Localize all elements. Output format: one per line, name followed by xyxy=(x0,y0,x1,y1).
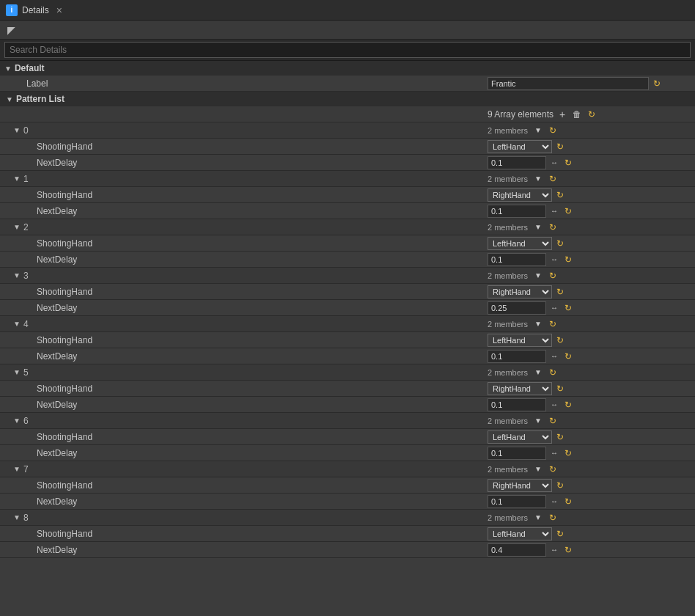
next-delay-drag-7[interactable]: ↔ xyxy=(548,496,560,507)
index-collapse-4[interactable]: ▼ xyxy=(13,320,21,328)
members-reset-8[interactable]: ↻ xyxy=(547,512,559,524)
shooting-hand-select-1[interactable]: LeftHandRightHand xyxy=(488,188,552,202)
shooting-hand-select-0[interactable]: LeftHandRightHand xyxy=(488,140,552,153)
members-dropdown-5[interactable]: ▼ xyxy=(532,367,544,378)
shooting-hand-value-7: LeftHandRightHand ↻ xyxy=(488,479,695,492)
members-reset-7[interactable]: ↻ xyxy=(547,463,559,475)
next-delay-reset-6[interactable]: ↻ xyxy=(562,447,574,459)
members-reset-6[interactable]: ↻ xyxy=(547,415,559,427)
label-reset-button[interactable]: ↻ xyxy=(651,78,663,89)
next-delay-reset-4[interactable]: ↻ xyxy=(562,351,574,362)
shooting-hand-select-3[interactable]: LeftHandRightHand xyxy=(488,285,552,298)
next-delay-input-0[interactable] xyxy=(488,156,546,169)
shooting-hand-select-4[interactable]: LeftHandRightHand xyxy=(488,334,552,347)
shooting-hand-reset-7[interactable]: ↻ xyxy=(554,480,566,491)
close-button[interactable]: × xyxy=(56,5,62,15)
shooting-hand-reset-8[interactable]: ↻ xyxy=(554,528,566,540)
index-number-2: 2 xyxy=(23,222,29,232)
next-delay-input-3[interactable] xyxy=(488,301,546,315)
members-dropdown-0[interactable]: ▼ xyxy=(532,125,544,136)
collapse-arrow[interactable]: ▼ xyxy=(4,65,12,73)
next-delay-drag-8[interactable]: ↔ xyxy=(548,544,560,556)
members-reset-1[interactable]: ↻ xyxy=(547,173,559,185)
next-delay-value-7: ↔ ↻ xyxy=(488,495,695,508)
members-dropdown-3[interactable]: ▼ xyxy=(532,270,544,282)
members-dropdown-2[interactable]: ▼ xyxy=(532,221,544,233)
next-delay-input-2[interactable] xyxy=(488,253,546,266)
next-delay-value-4: ↔ ↻ xyxy=(488,350,695,363)
shooting-hand-select-2[interactable]: LeftHandRightHand xyxy=(488,237,552,250)
index-collapse-1[interactable]: ▼ xyxy=(13,175,21,183)
toolbar-icon: ◤ xyxy=(4,23,18,37)
members-reset-3[interactable]: ↻ xyxy=(547,270,559,282)
next-delay-input-8[interactable] xyxy=(488,543,546,557)
next-delay-input-1[interactable] xyxy=(488,205,546,218)
members-reset-0[interactable]: ↻ xyxy=(547,125,559,136)
next-delay-drag-2[interactable]: ↔ xyxy=(548,254,560,265)
index-collapse-7[interactable]: ▼ xyxy=(13,465,21,473)
search-input[interactable] xyxy=(4,42,691,58)
members-dropdown-4[interactable]: ▼ xyxy=(532,318,544,330)
shooting-hand-label-4: ShootingHand xyxy=(0,335,488,345)
shooting-hand-value-4: LeftHandRightHand ↻ xyxy=(488,334,695,347)
label-input[interactable] xyxy=(488,77,649,90)
default-label: Default xyxy=(15,63,45,73)
next-delay-reset-1[interactable]: ↻ xyxy=(562,205,574,217)
next-delay-reset-0[interactable]: ↻ xyxy=(562,157,574,169)
members-dropdown-1[interactable]: ▼ xyxy=(532,173,544,185)
shooting-hand-select-5[interactable]: LeftHandRightHand xyxy=(488,382,552,395)
shooting-hand-reset-1[interactable]: ↻ xyxy=(554,189,566,201)
members-dropdown-8[interactable]: ▼ xyxy=(532,512,544,524)
next-delay-drag-5[interactable]: ↔ xyxy=(548,399,560,411)
next-delay-reset-5[interactable]: ↻ xyxy=(562,399,574,411)
next-delay-label-1: NextDelay xyxy=(0,206,488,216)
shooting-hand-select-8[interactable]: LeftHandRightHand xyxy=(488,527,552,540)
next-delay-drag-1[interactable]: ↔ xyxy=(548,205,560,217)
next-delay-reset-7[interactable]: ↻ xyxy=(562,496,574,507)
index-collapse-8[interactable]: ▼ xyxy=(13,513,21,521)
members-dropdown-6[interactable]: ▼ xyxy=(532,415,544,427)
members-reset-4[interactable]: ↻ xyxy=(547,318,559,330)
index-collapse-5[interactable]: ▼ xyxy=(13,368,21,376)
next-delay-input-7[interactable] xyxy=(488,495,546,508)
add-element-button[interactable]: + xyxy=(556,109,568,120)
shooting-hand-label-1: ShootingHand xyxy=(0,190,488,200)
next-delay-label-6: NextDelay xyxy=(0,448,488,458)
next-delay-input-4[interactable] xyxy=(488,350,546,363)
members-text-2: 2 members xyxy=(488,223,528,232)
shooting-hand-select-7[interactable]: LeftHandRightHand xyxy=(488,479,552,492)
shooting-hand-reset-6[interactable]: ↻ xyxy=(554,431,566,443)
members-dropdown-7[interactable]: ▼ xyxy=(532,463,544,475)
next-delay-drag-0[interactable]: ↔ xyxy=(548,157,560,169)
index-collapse-3[interactable]: ▼ xyxy=(13,271,21,279)
pattern-list-collapse[interactable]: ▼ xyxy=(6,95,13,103)
next-delay-drag-6[interactable]: ↔ xyxy=(548,447,560,459)
shooting-hand-select-6[interactable]: LeftHandRightHand xyxy=(488,430,552,444)
array-reset-button[interactable]: ↻ xyxy=(586,109,597,120)
index-number-7: 7 xyxy=(23,464,29,474)
members-reset-2[interactable]: ↻ xyxy=(547,221,559,233)
shooting-hand-reset-2[interactable]: ↻ xyxy=(554,238,566,249)
shooting-hand-reset-5[interactable]: ↻ xyxy=(554,383,566,395)
index-collapse-6[interactable]: ▼ xyxy=(13,417,21,425)
members-reset-5[interactable]: ↻ xyxy=(547,367,559,378)
next-delay-input-6[interactable] xyxy=(488,447,546,460)
index-collapse-2[interactable]: ▼ xyxy=(13,223,21,231)
shooting-hand-reset-4[interactable]: ↻ xyxy=(554,334,566,346)
shooting-hand-row-6: ShootingHand LeftHandRightHand ↻ xyxy=(0,429,695,445)
next-delay-drag-3[interactable]: ↔ xyxy=(548,302,560,314)
delete-element-button[interactable]: 🗑 xyxy=(571,109,583,120)
next-delay-input-5[interactable] xyxy=(488,398,546,411)
index-label-8: ▼ 8 xyxy=(0,513,488,523)
index-collapse-0[interactable]: ▼ xyxy=(13,126,21,134)
next-delay-reset-2[interactable]: ↻ xyxy=(562,254,574,265)
index-value-3: 2 members ▼ ↻ xyxy=(488,270,695,282)
next-delay-drag-4[interactable]: ↔ xyxy=(548,351,560,362)
pattern-list-label: Pattern List xyxy=(16,94,65,104)
shooting-hand-value-3: LeftHandRightHand ↻ xyxy=(488,285,695,298)
next-delay-reset-3[interactable]: ↻ xyxy=(562,302,574,314)
next-delay-value-1: ↔ ↻ xyxy=(488,205,695,218)
shooting-hand-reset-0[interactable]: ↻ xyxy=(554,141,566,153)
shooting-hand-reset-3[interactable]: ↻ xyxy=(554,286,566,298)
next-delay-reset-8[interactable]: ↻ xyxy=(562,544,574,556)
